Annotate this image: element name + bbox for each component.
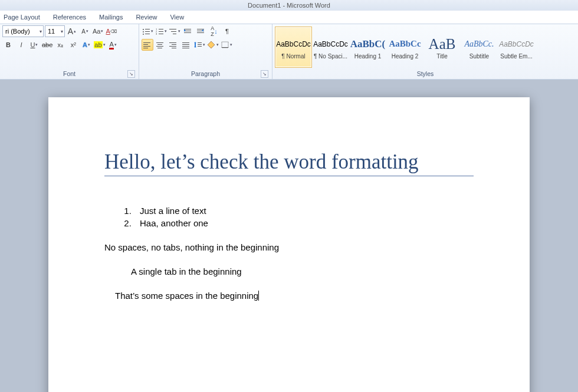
change-case-button[interactable]: Aa▾	[92, 25, 104, 37]
svg-rect-14	[173, 34, 176, 34]
highlight-button[interactable]: ab▾	[93, 39, 106, 51]
tab-mailings[interactable]: Mailings	[99, 14, 123, 21]
style-heading1[interactable]: AaBbC(Heading 1	[349, 27, 386, 68]
styles-gallery[interactable]: AaBbCcDc¶ Normal AaBbCcDc¶ No Spaci... A…	[275, 25, 576, 69]
style-heading2[interactable]: AaBbCcHeading 2	[386, 27, 423, 68]
svg-rect-36	[182, 48, 189, 48]
svg-rect-34	[182, 44, 189, 45]
svg-rect-7	[159, 29, 163, 29]
tab-references[interactable]: References	[53, 14, 86, 21]
svg-point-4	[143, 34, 144, 35]
strikethrough-button[interactable]: abe	[41, 39, 53, 51]
clear-formatting-button[interactable]: A⌫	[105, 25, 117, 37]
svg-rect-29	[169, 42, 176, 43]
bullets-button[interactable]: ▾	[142, 25, 154, 37]
shading-button[interactable]: ▾	[207, 39, 219, 51]
svg-rect-26	[157, 44, 162, 45]
style-subtle-emphasis[interactable]: AaBbCcDcSubtle Em...	[498, 27, 535, 68]
numbering-button[interactable]: 123▾	[155, 25, 168, 37]
align-right-button[interactable]	[168, 39, 179, 51]
svg-rect-20	[197, 32, 204, 33]
underline-button[interactable]: U▾	[28, 39, 40, 51]
group-font-label: Font	[63, 70, 75, 77]
svg-rect-13	[171, 31, 176, 32]
text-effects-button[interactable]: A▾	[80, 39, 92, 51]
list-item[interactable]: Just a line of text	[134, 206, 474, 216]
font-size-value: 11	[48, 28, 55, 35]
font-color-button[interactable]: A▾	[107, 39, 119, 51]
group-font: ri (Body) 11 A▴ A▾ Aa▾ A⌫ B I U▾ abe x₂ …	[0, 24, 139, 79]
font-family-value: ri (Body)	[5, 28, 30, 35]
svg-rect-39	[198, 44, 202, 45]
text-cursor	[258, 291, 259, 301]
document-paragraph[interactable]: That’s some spaces in the beginning	[115, 291, 474, 301]
svg-rect-31	[169, 46, 176, 47]
line-spacing-button[interactable]: ▾	[193, 39, 206, 51]
document-page[interactable]: Hello, let’s check the word formatting J…	[48, 97, 530, 392]
svg-rect-15	[184, 29, 191, 29]
font-dialog-launcher[interactable]: ↘	[127, 70, 135, 78]
window-title: Document1 - Microsoft Word	[248, 2, 330, 9]
svg-rect-30	[172, 44, 176, 45]
style-no-spacing[interactable]: AaBbCcDc¶ No Spaci...	[312, 27, 349, 68]
svg-rect-18	[197, 29, 204, 29]
svg-rect-38	[198, 42, 202, 43]
sort-button[interactable]: AZ↓	[208, 25, 220, 37]
tab-view[interactable]: View	[170, 14, 184, 21]
document-workspace[interactable]: Hello, let’s check the word formatting J…	[0, 80, 578, 392]
ribbon-tabs: Page Layout References Mailings Review V…	[0, 11, 578, 24]
decrease-indent-button[interactable]	[182, 25, 194, 37]
svg-rect-24	[143, 48, 148, 48]
svg-rect-42	[222, 47, 228, 48]
shrink-font-button[interactable]: A▾	[79, 25, 91, 37]
svg-text:3: 3	[156, 32, 157, 35]
svg-rect-35	[182, 46, 189, 47]
align-center-button[interactable]	[155, 39, 166, 51]
group-paragraph: ▾ 123▾ ▾ AZ↓ ¶ ▾ ▾ ▾ Paragraph↘	[139, 24, 272, 79]
svg-rect-25	[156, 42, 163, 43]
group-paragraph-label: Paragraph	[191, 70, 220, 77]
italic-button[interactable]: I	[15, 39, 27, 51]
ribbon: ri (Body) 11 A▴ A▾ Aa▾ A⌫ B I U▾ abe x₂ …	[0, 24, 578, 80]
svg-point-0	[143, 29, 144, 30]
document-heading[interactable]: Hello, let’s check the word formatting	[104, 150, 474, 176]
svg-rect-21	[143, 42, 150, 43]
svg-rect-32	[172, 48, 176, 48]
grow-font-button[interactable]: A▴	[66, 25, 78, 37]
svg-rect-5	[145, 34, 150, 34]
tab-page-layout[interactable]: Page Layout	[4, 14, 40, 21]
borders-button[interactable]: ▾	[221, 39, 233, 51]
document-numbered-list[interactable]: Just a line of text Haa, another one	[134, 206, 474, 228]
svg-rect-37	[195, 43, 196, 47]
align-left-button[interactable]	[142, 39, 153, 51]
superscript-button[interactable]: x²	[67, 39, 79, 51]
style-normal[interactable]: AaBbCcDc¶ Normal	[275, 27, 312, 68]
svg-rect-41	[222, 42, 228, 48]
paragraph-dialog-launcher[interactable]: ↘	[261, 70, 268, 78]
svg-rect-23	[143, 46, 150, 47]
tab-review[interactable]: Review	[136, 14, 157, 21]
svg-rect-28	[157, 48, 162, 48]
multilevel-list-button[interactable]: ▾	[169, 25, 181, 37]
svg-rect-1	[145, 29, 150, 29]
svg-rect-27	[156, 46, 163, 47]
svg-point-2	[143, 31, 144, 32]
subscript-button[interactable]: x₂	[54, 39, 66, 51]
svg-rect-11	[159, 34, 163, 34]
show-hide-pilcrow-button[interactable]: ¶	[221, 25, 233, 37]
font-family-combo[interactable]: ri (Body)	[2, 25, 44, 37]
increase-indent-button[interactable]	[195, 25, 207, 37]
style-title[interactable]: AaBTitle	[423, 27, 461, 68]
svg-rect-22	[143, 44, 148, 45]
font-size-combo[interactable]: 11	[45, 25, 65, 37]
document-paragraph[interactable]: No spaces, no tabs, nothing in the begin…	[104, 242, 474, 252]
document-paragraph[interactable]: A single tab in the beginning	[131, 266, 474, 276]
svg-rect-3	[145, 31, 150, 32]
bold-button[interactable]: B	[2, 39, 14, 51]
svg-rect-33	[182, 42, 189, 43]
svg-rect-40	[198, 46, 202, 47]
justify-button[interactable]	[180, 39, 192, 51]
list-item[interactable]: Haa, another one	[134, 218, 474, 228]
group-styles: AaBbCcDc¶ Normal AaBbCcDc¶ No Spaci... A…	[272, 24, 578, 79]
style-subtitle[interactable]: AaBbCc.Subtitle	[461, 27, 498, 68]
